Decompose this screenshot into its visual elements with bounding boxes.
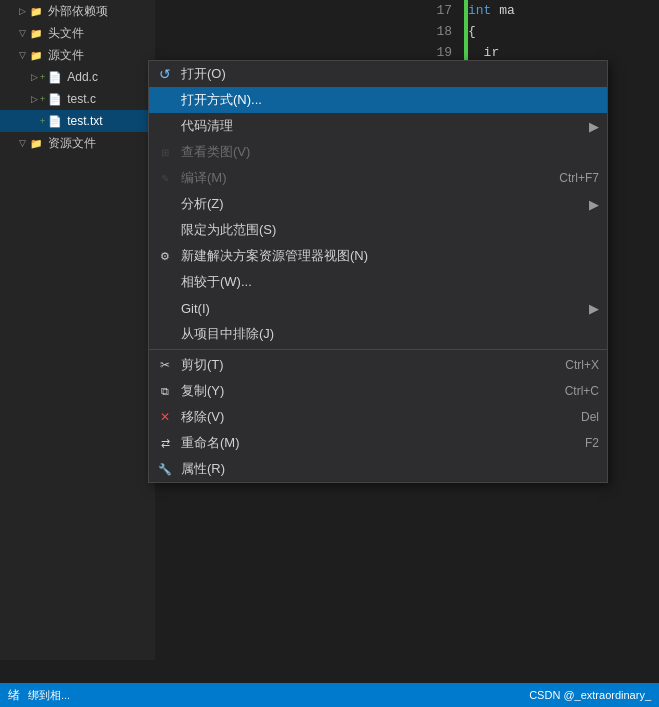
file-icon: 📄 — [47, 69, 63, 85]
submenu-arrow: ▶ — [589, 197, 599, 212]
explorer-icon: ⚙ — [157, 248, 173, 264]
menu-item-open-with[interactable]: 打开方式(N)... — [149, 87, 607, 113]
menu-item-rename[interactable]: ⇄ 重命名(M) F2 — [149, 430, 607, 456]
menu-item-new-explorer[interactable]: ⚙ 新建解决方案资源管理器视图(N) — [149, 243, 607, 269]
context-menu: ↺ 打开(O) 打开方式(N)... 代码清理 ▶ ⊞ 查看类图(V) ✎ 编译… — [148, 60, 608, 483]
shortcut-text: Del — [581, 410, 599, 424]
status-text: 绪 — [8, 687, 20, 704]
solution-explorer: ▷ 📁 外部依赖项 ▽ 📁 头文件 ▽ 📁 源文件 ▷ + 📄 Add.c ▷ … — [0, 0, 155, 660]
menu-item-properties[interactable]: 🔧 属性(R) — [149, 456, 607, 482]
folder-icon: 📁 — [28, 3, 44, 19]
menu-label: Git(I) — [181, 301, 210, 316]
menu-item-delete[interactable]: ✕ 移除(V) Del — [149, 404, 607, 430]
tree-item-label: 资源文件 — [48, 135, 96, 152]
menu-label: 剪切(T) — [181, 356, 224, 374]
menu-label: 代码清理 — [181, 117, 233, 135]
expand-icon: ▷ — [28, 71, 40, 83]
folder-icon: 📁 — [28, 47, 44, 63]
tree-item-label: test.txt — [67, 114, 102, 128]
line-num: 18 — [420, 21, 452, 42]
shortcut-text: F2 — [585, 436, 599, 450]
menu-item-compare[interactable]: 相较于(W)... — [149, 269, 607, 295]
menu-label: 从项目中排除(J) — [181, 325, 274, 343]
tree-item-test-c[interactable]: ▷ + 📄 test.c — [0, 88, 155, 110]
menu-label: 查看类图(V) — [181, 143, 250, 161]
menu-label: 打开(O) — [181, 65, 226, 83]
status-bar: 绪 绑到相... CSDN @_extraordinary_ — [0, 683, 659, 707]
menu-item-view-class[interactable]: ⊞ 查看类图(V) — [149, 139, 607, 165]
submenu-arrow: ▶ — [589, 119, 599, 134]
menu-label: 重命名(M) — [181, 434, 240, 452]
menu-label: 分析(Z) — [181, 195, 224, 213]
tree-item-headers[interactable]: ▽ 📁 头文件 — [0, 22, 155, 44]
menu-item-scope[interactable]: 限定为此范围(S) — [149, 217, 607, 243]
tree-item-test-txt[interactable]: + 📄 test.txt — [0, 110, 155, 132]
compile-icon: ✎ — [157, 170, 173, 186]
menu-separator — [149, 349, 607, 350]
tree-item-external-deps[interactable]: ▷ 📁 外部依赖项 — [0, 0, 155, 22]
code-line: { — [468, 21, 659, 42]
expand-icon: ▷ — [28, 93, 40, 105]
tree-item-resources[interactable]: ▽ 📁 资源文件 — [0, 132, 155, 154]
folder-icon: 📁 — [28, 25, 44, 41]
view-class-icon: ⊞ — [157, 144, 173, 160]
menu-item-code-cleanup[interactable]: 代码清理 ▶ — [149, 113, 607, 139]
status-right: CSDN @_extraordinary_ — [529, 689, 651, 701]
menu-item-cut[interactable]: ✂ 剪切(T) Ctrl+X — [149, 352, 607, 378]
menu-item-analyze[interactable]: 分析(Z) ▶ — [149, 191, 607, 217]
menu-label: 编译(M) — [181, 169, 227, 187]
tree-item-label: 头文件 — [48, 25, 84, 42]
plus-icon: + — [40, 94, 45, 104]
tree-item-label: 外部依赖项 — [48, 3, 108, 20]
tree-item-label: 源文件 — [48, 47, 84, 64]
menu-item-exclude[interactable]: 从项目中排除(J) — [149, 321, 607, 347]
cut-icon: ✂ — [157, 357, 173, 373]
expand-icon: ▽ — [16, 49, 28, 61]
file-icon: 📄 — [47, 91, 63, 107]
tree-item-label: Add.c — [67, 70, 98, 84]
tree-item-add-c[interactable]: ▷ + 📄 Add.c — [0, 66, 155, 88]
menu-label: 限定为此范围(S) — [181, 221, 276, 239]
folder-icon: 📁 — [28, 135, 44, 151]
menu-item-copy[interactable]: ⧉ 复制(Y) Ctrl+C — [149, 378, 607, 404]
shortcut-text: Ctrl+F7 — [559, 171, 599, 185]
delete-icon: ✕ — [157, 409, 173, 425]
copy-icon: ⧉ — [157, 383, 173, 399]
file-icon: 📄 — [47, 113, 63, 129]
menu-label: 移除(V) — [181, 408, 224, 426]
expand-icon: ▷ — [16, 5, 28, 17]
menu-item-open[interactable]: ↺ 打开(O) — [149, 61, 607, 87]
menu-label: 新建解决方案资源管理器视图(N) — [181, 247, 368, 265]
status-left: 绪 绑到相... — [8, 687, 70, 704]
rename-icon: ⇄ — [157, 435, 173, 451]
menu-label: 打开方式(N)... — [181, 91, 262, 109]
refresh-icon: ↺ — [157, 66, 173, 82]
submenu-arrow: ▶ — [589, 301, 599, 316]
menu-item-compile[interactable]: ✎ 编译(M) Ctrl+F7 — [149, 165, 607, 191]
menu-label: 相较于(W)... — [181, 273, 252, 291]
expand-icon: ▽ — [16, 137, 28, 149]
menu-label: 复制(Y) — [181, 382, 224, 400]
shortcut-text: Ctrl+C — [565, 384, 599, 398]
menu-item-git[interactable]: Git(I) ▶ — [149, 295, 607, 321]
properties-icon: 🔧 — [157, 461, 173, 477]
shortcut-text: Ctrl+X — [565, 358, 599, 372]
line-num: 17 — [420, 0, 452, 21]
tree-item-sources[interactable]: ▽ 📁 源文件 — [0, 44, 155, 66]
plus-icon: + — [40, 116, 45, 126]
status-extra: 绑到相... — [28, 688, 70, 703]
menu-label: 属性(R) — [181, 460, 225, 478]
plus-icon: + — [40, 72, 45, 82]
tree-item-label: test.c — [67, 92, 96, 106]
watermark-text: CSDN @_extraordinary_ — [529, 689, 651, 701]
expand-icon: ▽ — [16, 27, 28, 39]
code-line: int ma — [468, 0, 659, 21]
